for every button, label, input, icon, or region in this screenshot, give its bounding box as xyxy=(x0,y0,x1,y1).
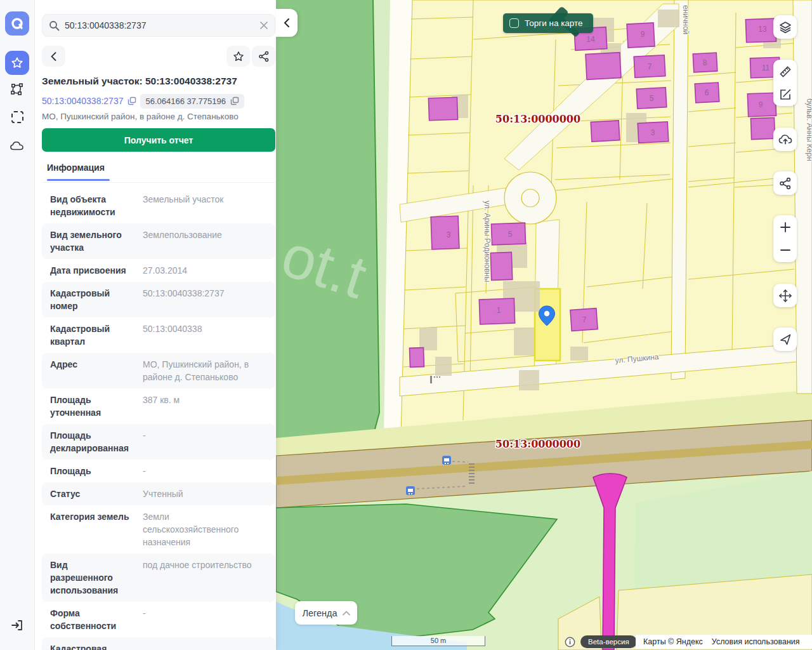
table-row: Дата присвоения27.03.2014 xyxy=(42,259,275,282)
get-report-button[interactable]: Получить отчет xyxy=(42,128,275,152)
share-object-button[interactable] xyxy=(252,46,275,67)
svg-text:9: 9 xyxy=(759,100,763,109)
share-object-icon xyxy=(258,51,270,62)
plus-icon xyxy=(780,222,791,233)
copy-cadastral-button[interactable] xyxy=(128,96,136,105)
cloud-icon xyxy=(10,139,25,152)
ruler-button[interactable] xyxy=(773,60,797,83)
table-row: Категория земельЗемли сельскохозяйственн… xyxy=(42,505,275,554)
cadastral-number-link[interactable]: 50:13:0040338:2737 xyxy=(42,96,123,106)
table-row: СтатусУчтенный xyxy=(42,482,275,505)
table-row: Кадастровая xyxy=(42,637,275,650)
svg-text:7: 7 xyxy=(582,315,587,324)
svg-text:бульв. Анны Керн: бульв. Анны Керн xyxy=(805,98,812,161)
scale-bar: 50 m xyxy=(391,636,485,646)
svg-text:1: 1 xyxy=(497,306,501,315)
clear-search-icon[interactable] xyxy=(259,21,268,30)
zoom-out-button[interactable] xyxy=(773,239,797,262)
map-attribution: Карты © Яндекс Условия использования xyxy=(636,635,812,649)
sign-in-icon xyxy=(10,618,24,632)
table-row: Площадь уточненная387 кв. м xyxy=(42,388,275,424)
app-window: 14 9 7 8 13 11 5 6 9 3 3 5 1 7 xyxy=(0,0,812,650)
table-row: Кадастровый номер50:13:0040338:2737 xyxy=(42,282,275,317)
layers-button[interactable] xyxy=(773,15,797,39)
svg-text:50:13:0000000: 50:13:0000000 xyxy=(495,438,580,450)
yandex-copyright: Карты © Яндекс xyxy=(643,637,703,646)
svg-text:5: 5 xyxy=(508,230,513,239)
back-chevron-icon xyxy=(51,52,56,61)
copy-icon xyxy=(128,96,136,105)
favorite-button[interactable] xyxy=(226,46,250,67)
copy-coords-icon[interactable] xyxy=(230,96,239,105)
zoom-in-button[interactable] xyxy=(773,216,797,239)
info-button[interactable] xyxy=(563,635,576,648)
favorite-star-icon xyxy=(232,50,245,63)
auctions-checkbox[interactable] xyxy=(509,18,519,28)
legend-label: Легенда xyxy=(302,608,337,618)
layers-icon xyxy=(778,20,792,34)
forest-left xyxy=(276,0,379,452)
panel-header-actions xyxy=(42,46,275,67)
svg-text:8: 8 xyxy=(703,58,707,67)
tab-underline xyxy=(47,179,110,181)
attributes-table: Вид объекта недвижимостиЗемельный участо… xyxy=(42,188,275,650)
ruler-icon xyxy=(778,65,792,79)
table-row: Вид земельного участкаЗемлепользование xyxy=(42,223,275,259)
tab-bar: Информация xyxy=(42,157,275,183)
map-canvas[interactable]: 14 9 7 8 13 11 5 6 9 3 3 5 1 7 xyxy=(276,0,812,650)
navigation-arrow-icon xyxy=(779,333,792,346)
svg-text:еничной: еничной xyxy=(681,5,690,34)
zoom-controls xyxy=(773,215,797,262)
select-area-icon xyxy=(11,111,23,123)
svg-text:3: 3 xyxy=(651,128,655,137)
search-icon xyxy=(49,20,60,31)
pan-button[interactable] xyxy=(773,284,797,307)
table-row: АдресМО, Пушкинский район, в районе д. С… xyxy=(42,353,275,388)
beta-badge: Beta-версия xyxy=(580,635,637,648)
auctions-label: Торги на карте xyxy=(525,18,583,28)
share-map-button[interactable] xyxy=(773,171,797,195)
upload-button[interactable] xyxy=(773,128,797,151)
map-svg: 14 9 7 8 13 11 5 6 9 3 3 5 1 7 xyxy=(276,0,812,650)
svg-text:3: 3 xyxy=(447,230,451,239)
select-area-button[interactable] xyxy=(10,109,25,124)
legend-button[interactable]: Легенда xyxy=(295,601,357,625)
collapse-chevron-icon xyxy=(284,18,290,27)
coordinates-chip[interactable]: 56.064166 37.775196 xyxy=(140,94,244,109)
cloud-button[interactable] xyxy=(10,138,25,153)
back-button[interactable] xyxy=(42,46,65,67)
svg-text:9: 9 xyxy=(641,30,645,39)
object-address: МО, Пушкинский район, в районе д. Степан… xyxy=(42,112,275,121)
coordinates-value: 56.064166 37.775196 xyxy=(145,96,226,106)
terms-link[interactable]: Условия использования xyxy=(712,637,800,646)
svg-text:ул. Арины Родионовны: ул. Арины Родионовны xyxy=(483,201,492,282)
auctions-on-map-toggle[interactable]: Торги на карте xyxy=(503,13,593,33)
svg-text:5: 5 xyxy=(650,94,654,103)
measure-edit-group xyxy=(773,60,797,106)
chevron-up-icon xyxy=(343,611,350,616)
panel-collapse-button[interactable] xyxy=(276,9,298,37)
tab-information[interactable]: Информация xyxy=(47,162,105,173)
edit-button[interactable] xyxy=(773,83,797,106)
svg-text:6: 6 xyxy=(705,88,709,97)
svg-text:14: 14 xyxy=(586,35,595,44)
sign-in-button[interactable] xyxy=(10,618,25,633)
road-vertical xyxy=(671,0,688,380)
search-bar[interactable] xyxy=(42,14,275,37)
star-icon xyxy=(10,56,24,70)
logo-icon xyxy=(10,17,24,30)
locate-button[interactable] xyxy=(773,328,797,351)
object-chips: 50:13:0040338:2737 56.064166 37.775196 xyxy=(42,93,275,109)
svg-text:7: 7 xyxy=(648,62,652,71)
polygon-tool-button[interactable] xyxy=(10,82,25,97)
icon-rail xyxy=(0,0,35,650)
polygon-tool-icon xyxy=(10,83,24,96)
info-icon xyxy=(565,637,575,647)
svg-text:50:13:0000000: 50:13:0000000 xyxy=(495,113,580,125)
search-input[interactable] xyxy=(65,20,259,30)
app-logo[interactable] xyxy=(5,11,29,36)
cloud-upload-icon xyxy=(778,133,793,147)
object-title: Земельный участок: 50:13:0040338:2737 xyxy=(42,76,275,87)
table-row: Площадь декларированная- xyxy=(42,424,275,460)
favorites-tool-button[interactable] xyxy=(5,51,29,75)
